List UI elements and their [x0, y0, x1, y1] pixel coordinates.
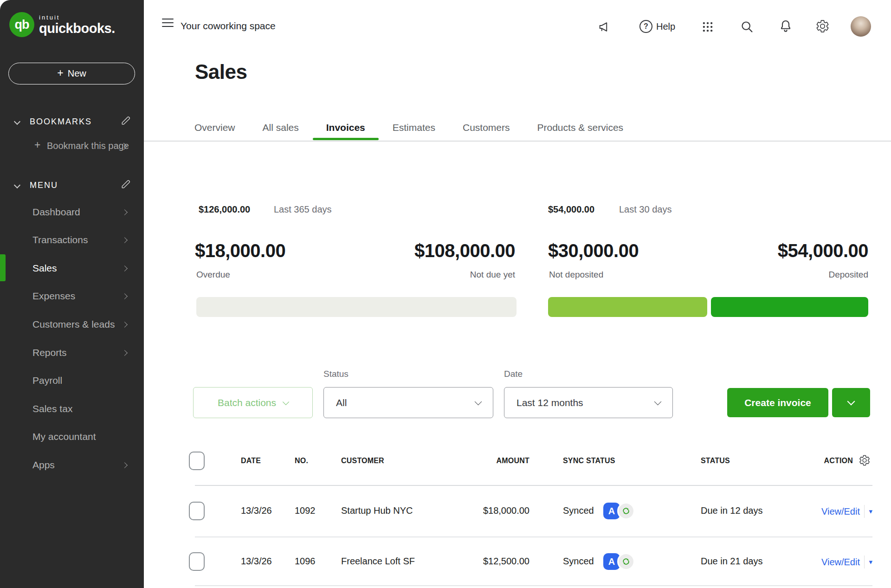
row-actions-dropdown-icon[interactable]: ▾: [869, 558, 872, 566]
deposited-bar[interactable]: [711, 297, 868, 317]
action-separator: [864, 556, 865, 569]
chevron-right-icon: [123, 461, 127, 469]
edit-bookmarks-pencil-icon[interactable]: [121, 116, 131, 128]
sidebar-item-payroll[interactable]: Payroll: [0, 367, 144, 394]
not-deposited-bar[interactable]: [548, 297, 707, 317]
chevron-right-icon: [123, 292, 127, 300]
column-header-amount[interactable]: AMOUNT: [460, 457, 529, 465]
batch-actions-dropdown[interactable]: Batch actions: [193, 387, 313, 418]
menu-section-header[interactable]: MENU: [0, 178, 144, 192]
column-header-no[interactable]: NO.: [295, 457, 308, 465]
tab-invoices[interactable]: Invoices: [326, 114, 365, 141]
sidebar-item-customers-leads[interactable]: Customers & leads: [0, 310, 144, 338]
bookmarks-label: BOOKMARKS: [30, 117, 92, 127]
status-filter-select[interactable]: All: [323, 387, 493, 418]
sidebar: qb intuit quickbooks. + New BOOKMARKS + …: [0, 0, 144, 588]
user-avatar[interactable]: [851, 16, 871, 37]
hamburger-menu-icon[interactable]: [162, 19, 174, 27]
sidebar-item-label: Dashboard: [32, 207, 80, 218]
cell-amount: $12,500.00: [460, 556, 529, 567]
chevron-down-icon: [654, 398, 662, 405]
announcements-megaphone-icon[interactable]: [598, 20, 611, 35]
invoices-period: Last 365 days: [274, 204, 332, 215]
column-header-status[interactable]: STATUS: [701, 457, 730, 465]
quickbooks-app: qb intuit quickbooks. + New BOOKMARKS + …: [0, 0, 891, 588]
select-all-checkbox[interactable]: [189, 452, 205, 470]
sidebar-item-label: Apps: [32, 459, 55, 471]
question-mark: ?: [644, 22, 648, 31]
cell-status: Due in 21 days: [701, 556, 762, 567]
column-header-action[interactable]: ACTION: [807, 457, 853, 465]
deposited-label: Deposited: [696, 270, 868, 280]
sidebar-item-label: Reports: [32, 347, 67, 358]
company-name[interactable]: Your coworking space: [181, 20, 276, 32]
sidebar-item-label: My accountant: [32, 431, 96, 442]
deposited-amount: $54,000.00: [696, 240, 868, 261]
sidebar-item-my-accountant[interactable]: My accountant: [0, 423, 144, 451]
apps-grid-icon[interactable]: [702, 21, 714, 35]
sync-refresh-icon: [617, 553, 635, 570]
tab-all-sales[interactable]: All sales: [263, 114, 299, 141]
edit-menu-pencil-icon[interactable]: [121, 179, 131, 191]
cell-date: 13/3/26: [241, 505, 272, 516]
help-label[interactable]: Help: [656, 21, 675, 32]
overdue-amount: $18,000.00: [195, 240, 285, 261]
quickbooks-logo[interactable]: qb intuit quickbooks.: [9, 12, 115, 37]
batch-actions-label: Batch actions: [218, 397, 276, 408]
column-header-date[interactable]: DATE: [241, 457, 261, 465]
bookmarks-section-header[interactable]: BOOKMARKS: [0, 115, 144, 129]
sidebar-item-label: Customers & leads: [32, 319, 115, 330]
create-invoice-dropdown-button[interactable]: [832, 388, 870, 417]
row-checkbox[interactable]: [189, 552, 205, 571]
sidebar-item-transactions[interactable]: Transactions: [0, 226, 144, 254]
cell-date: 13/3/26: [241, 556, 272, 567]
chevron-down-icon: [14, 182, 20, 188]
intuit-label: intuit: [39, 14, 115, 20]
date-filter-value: Last 12 months: [517, 397, 583, 408]
chevron-down-icon: [475, 398, 482, 405]
new-button[interactable]: + New: [8, 63, 135, 84]
row-actions-dropdown-icon[interactable]: ▾: [869, 507, 872, 516]
new-button-label: New: [68, 68, 86, 79]
quickbooks-label: quickbooks.: [39, 22, 115, 35]
row-checkbox[interactable]: [189, 502, 205, 520]
column-header-customer[interactable]: CUSTOMER: [341, 457, 384, 465]
tab-customers[interactable]: Customers: [463, 114, 510, 141]
settings-gear-icon[interactable]: [815, 19, 830, 35]
notifications-bell-icon[interactable]: [779, 19, 793, 35]
table-settings-gear-icon[interactable]: [859, 454, 871, 468]
view-edit-link[interactable]: View/Edit: [821, 506, 860, 517]
view-edit-link[interactable]: View/Edit: [821, 557, 860, 568]
sidebar-collapse-chevron-icon[interactable]: [121, 142, 126, 151]
search-icon[interactable]: [740, 20, 754, 35]
chevron-down-icon: [283, 398, 289, 405]
sidebar-item-expenses[interactable]: Expenses: [0, 282, 144, 310]
chevron-right-icon: [123, 264, 127, 272]
logo-monogram: qb: [15, 18, 29, 32]
invoices-progress-bar[interactable]: [196, 297, 517, 317]
sidebar-item-label: Sales: [32, 263, 57, 274]
cell-customer: Freelance Loft SF: [341, 556, 415, 567]
sidebar-item-sales[interactable]: Sales: [0, 254, 144, 282]
sales-tabs: Overview All sales Invoices Estimates Cu…: [194, 114, 623, 141]
sidebar-item-dashboard[interactable]: Dashboard: [0, 198, 144, 226]
create-invoice-button[interactable]: Create invoice: [727, 388, 828, 417]
bookmark-this-page[interactable]: + Bookmark this page: [0, 137, 144, 155]
sidebar-item-label: Expenses: [32, 291, 75, 302]
tab-estimates[interactable]: Estimates: [393, 114, 435, 141]
help-icon[interactable]: ?: [639, 20, 652, 33]
invoices-total: $126,000.00: [199, 204, 250, 215]
tab-overview[interactable]: Overview: [194, 114, 235, 141]
column-header-sync-status[interactable]: SYNC STATUS: [563, 457, 615, 465]
status-filter-label: Status: [323, 369, 349, 379]
menu-label: MENU: [30, 181, 58, 190]
payments-period: Last 30 days: [619, 204, 671, 215]
sidebar-item-reports[interactable]: Reports: [0, 339, 144, 367]
sidebar-item-sales-tax[interactable]: Sales tax: [0, 395, 144, 423]
tab-products-services[interactable]: Products & services: [537, 114, 624, 141]
cell-no: 1092: [295, 505, 316, 516]
chevron-right-icon: [123, 320, 127, 329]
plus-icon: +: [34, 140, 40, 150]
sidebar-item-apps[interactable]: Apps: [0, 451, 144, 479]
date-filter-select[interactable]: Last 12 months: [504, 387, 673, 418]
